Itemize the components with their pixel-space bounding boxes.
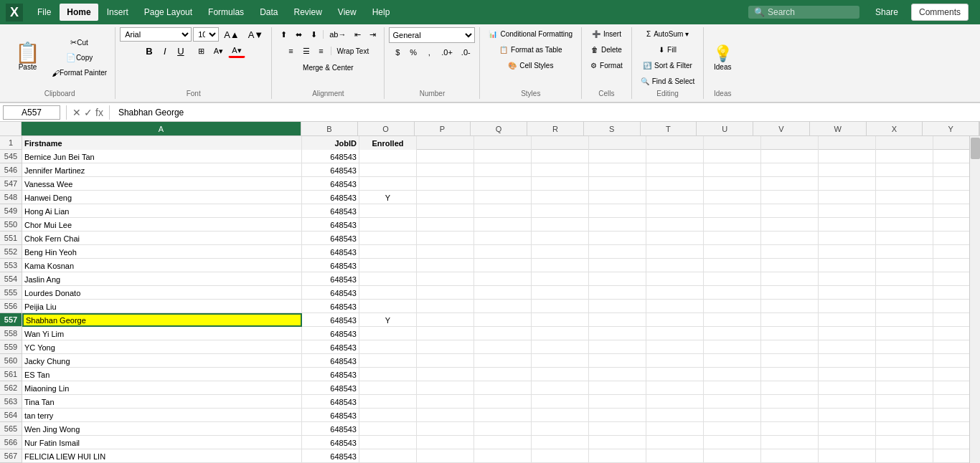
row-num-567[interactable]: 567 <box>0 449 22 463</box>
table-row[interactable]: Wen Jing Wong648543 <box>22 422 969 436</box>
cell[interactable] <box>933 191 969 204</box>
cell[interactable] <box>589 272 646 286</box>
row-num-556[interactable]: 556 <box>0 300 22 313</box>
cell[interactable]: 648543 <box>302 449 359 463</box>
cell[interactable] <box>474 218 532 231</box>
cell[interactable]: FELICIA LIEW HUI LIN <box>22 449 302 463</box>
indent-increase-button[interactable]: ⇥ <box>365 27 380 42</box>
cell[interactable]: 648543 <box>302 313 359 327</box>
table-row[interactable]: Hanwei Deng648543Y <box>22 191 969 204</box>
delete-button[interactable]: 🗑 Delete <box>587 43 626 57</box>
cell[interactable] <box>819 368 876 381</box>
cell[interactable] <box>532 436 589 449</box>
cell[interactable] <box>589 340 646 354</box>
tab-insert[interactable]: Insert <box>100 4 136 21</box>
row-num-545[interactable]: 545 <box>0 150 22 163</box>
row-num-552[interactable]: 552 <box>0 245 22 259</box>
format-painter-button[interactable]: 🖌 Format Painter <box>48 66 110 80</box>
align-top-button[interactable]: ⬆ <box>276 27 291 42</box>
cell[interactable] <box>933 150 969 163</box>
cell[interactable] <box>359 300 417 313</box>
cell[interactable] <box>704 231 761 245</box>
cell[interactable] <box>933 340 969 354</box>
cell[interactable] <box>417 449 474 463</box>
cell-styles-button[interactable]: 🎨 Cell Styles <box>502 59 560 72</box>
cell[interactable] <box>819 327 876 340</box>
cell[interactable] <box>933 313 969 327</box>
cell[interactable] <box>933 245 969 259</box>
italic-button[interactable]: I <box>158 44 172 58</box>
cancel-formula-icon[interactable]: ✕ <box>72 107 81 118</box>
underline-button[interactable]: U <box>174 44 188 58</box>
cell[interactable] <box>646 163 704 177</box>
cell[interactable] <box>876 177 933 191</box>
cell[interactable] <box>474 204 532 218</box>
cell[interactable] <box>474 449 532 463</box>
cell[interactable] <box>532 300 589 313</box>
cell[interactable] <box>417 327 474 340</box>
cell[interactable]: 648543 <box>302 340 359 354</box>
cell[interactable] <box>646 368 704 381</box>
search-input[interactable] <box>768 7 854 17</box>
cell[interactable]: Miaoning Lin <box>22 381 302 395</box>
decrease-decimal-button[interactable]: .0- <box>458 45 474 59</box>
table-row[interactable]: Miaoning Lin648543 <box>22 381 969 395</box>
align-middle-button[interactable]: ⬌ <box>291 27 306 42</box>
cell[interactable] <box>933 177 969 191</box>
cell[interactable] <box>417 395 474 409</box>
table-row[interactable]: Kama Kosnan648543 <box>22 259 969 272</box>
cell[interactable] <box>876 204 933 218</box>
cell[interactable] <box>761 422 819 436</box>
scrollbar-thumb[interactable] <box>971 138 980 159</box>
col-header-y[interactable]: Y <box>923 122 979 135</box>
cell[interactable] <box>589 354 646 368</box>
table-row[interactable]: YC Yong648543 <box>22 340 969 354</box>
cell[interactable] <box>933 218 969 231</box>
cell[interactable] <box>819 340 876 354</box>
copy-button[interactable]: 📄 Copy <box>48 51 110 65</box>
format-as-table-button[interactable]: 📋 Format as Table <box>495 43 567 57</box>
cell[interactable] <box>532 272 589 286</box>
cell[interactable] <box>761 368 819 381</box>
cell[interactable]: Shabhan George <box>22 313 302 327</box>
cell[interactable]: Jacky Chung <box>22 354 302 368</box>
cell[interactable] <box>532 191 589 204</box>
tab-help[interactable]: Help <box>365 4 397 21</box>
cell[interactable] <box>417 381 474 395</box>
cell[interactable] <box>933 272 969 286</box>
cell[interactable] <box>761 163 819 177</box>
cell[interactable] <box>359 436 417 449</box>
cell[interactable] <box>359 340 417 354</box>
cell[interactable] <box>933 409 969 422</box>
cell[interactable]: 648543 <box>302 272 359 286</box>
cell[interactable]: Kama Kosnan <box>22 259 302 272</box>
cell[interactable] <box>532 368 589 381</box>
cell[interactable]: Nur Fatin Ismail <box>22 436 302 449</box>
cell[interactable] <box>761 231 819 245</box>
cell[interactable] <box>933 436 969 449</box>
comma-button[interactable]: , <box>422 45 436 59</box>
table-row[interactable]: Chor Mui Lee648543 <box>22 218 969 231</box>
cell[interactable] <box>933 354 969 368</box>
cell[interactable] <box>819 422 876 436</box>
percent-button[interactable]: % <box>406 45 420 59</box>
cell[interactable] <box>876 340 933 354</box>
cell[interactable] <box>359 163 417 177</box>
sort-filter-button[interactable]: 🔃 Sort & Filter <box>639 59 697 72</box>
row-num-555[interactable]: 555 <box>0 286 22 300</box>
cell[interactable] <box>589 177 646 191</box>
tab-home[interactable]: Home <box>60 4 98 21</box>
row-num-566[interactable]: 566 <box>0 436 22 449</box>
cell[interactable] <box>589 300 646 313</box>
cell[interactable] <box>589 436 646 449</box>
cell[interactable] <box>876 245 933 259</box>
cell[interactable] <box>761 436 819 449</box>
decrease-font-button[interactable]: A▼ <box>245 27 268 42</box>
cell[interactable] <box>761 300 819 313</box>
cell[interactable] <box>704 368 761 381</box>
cell[interactable] <box>474 354 532 368</box>
cell[interactable] <box>761 191 819 204</box>
tab-view[interactable]: View <box>331 4 364 21</box>
col-header-q[interactable]: Q <box>471 122 527 135</box>
cell[interactable]: Chok Fern Chai <box>22 231 302 245</box>
